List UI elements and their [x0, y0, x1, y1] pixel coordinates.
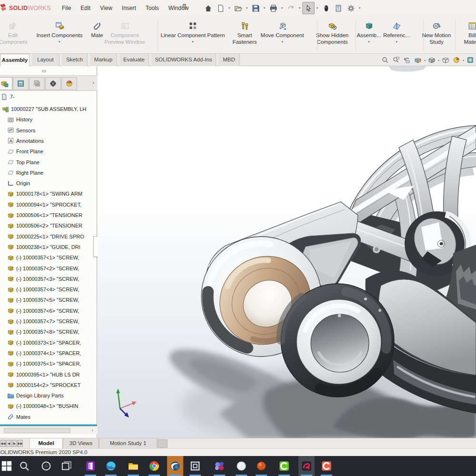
taskbar-cortana[interactable]: [40, 456, 52, 476]
ribbon-button-linear-component-pattern[interactable]: Linear Component Pattern▾: [155, 19, 231, 51]
home-button[interactable]: [202, 2, 214, 14]
tree-item[interactable]: 10000506<2> "TENSIONER: [0, 220, 97, 231]
ribbon-button-referenc[interactable]: Referenc...▾: [381, 19, 412, 51]
dropdown-caret-icon[interactable]: ▾: [381, 40, 412, 44]
undo-button[interactable]: [285, 2, 297, 14]
dimxpertmanager-tab[interactable]: [45, 77, 61, 90]
tab-layout[interactable]: Layout: [32, 54, 60, 66]
tree-item[interactable]: AAnnotations: [0, 136, 97, 146]
configurationmanager-tab[interactable]: R: [29, 77, 45, 90]
taskbar-search[interactable]: [18, 456, 30, 476]
tab-scroll-thumb[interactable]: [158, 439, 168, 448]
tree-item[interactable]: Mates: [0, 412, 97, 422]
open-button[interactable]: [232, 2, 244, 14]
ribbon-button-new-motion-study[interactable]: New Motion Study: [416, 19, 456, 51]
taskbar-edge[interactable]: [105, 456, 117, 476]
tree-item[interactable]: 10000178<1> "SWING ARM: [0, 188, 97, 199]
tab-nav-button[interactable]: ▶▶: [18, 440, 23, 447]
tree-item[interactable]: (-) 10000357<4> "SCREW,: [0, 284, 97, 295]
ribbon-button-assemb[interactable]: Assemb...▾: [354, 19, 384, 51]
tab-assembly[interactable]: Assembly: [0, 54, 30, 66]
displaymanager-tab[interactable]: [61, 77, 77, 90]
more-panel-tabs-icon[interactable]: ›: [92, 79, 94, 85]
tree-item[interactable]: 10000154<2> "SPROCKET: [0, 380, 97, 390]
menu-tools[interactable]: Tools: [141, 0, 164, 16]
bottom-tab-motion-study-1[interactable]: Motion Study 1: [99, 438, 157, 449]
graphics-viewport[interactable]: [98, 66, 476, 438]
tab-mbd[interactable]: MBD: [218, 54, 240, 66]
tree-item[interactable]: (-) 10000357<3> "SCREW,: [0, 274, 97, 284]
dropdown-caret-icon[interactable]: ▾: [424, 59, 426, 62]
select-button[interactable]: [302, 2, 315, 14]
taskbar-red-c[interactable]: [320, 456, 333, 476]
taskbar-white-circle[interactable]: [235, 456, 248, 476]
panel-splitter-grip[interactable]: [42, 70, 46, 72]
bottom-tab-3d-views[interactable]: 3D Views: [63, 438, 99, 449]
tree-item[interactable]: (-) 10000374<1> "SPACER,: [0, 348, 97, 358]
rebuild-button[interactable]: [320, 2, 332, 14]
print-button[interactable]: [267, 2, 279, 14]
propertymanager-tab[interactable]: [13, 77, 29, 90]
tree-item[interactable]: (-) 10000373<1> "SPACER,: [0, 337, 97, 348]
featuremanager-tab[interactable]: [0, 77, 12, 90]
menu-view[interactable]: View: [95, 0, 117, 16]
menu-insert[interactable]: Insert: [117, 0, 141, 16]
dropdown-caret-icon[interactable]: ▾: [357, 2, 362, 14]
tree-item[interactable]: Origin: [0, 178, 97, 188]
tree-item[interactable]: Right Plane: [0, 168, 97, 178]
taskbar-windows-start[interactable]: [0, 456, 13, 476]
tab-solidworks-add-ins[interactable]: SOLIDWORKS Add-Ins: [151, 54, 216, 66]
taskbar-teams[interactable]: [213, 456, 226, 476]
taskbar-green-c[interactable]: [278, 456, 290, 476]
ribbon-button-show-hidden-components[interactable]: Show Hidden Components: [312, 19, 353, 51]
taskbar-dark-red-app[interactable]: [300, 456, 313, 476]
ribbon-button-component-preview-window[interactable]: Component Preview Window: [102, 19, 148, 51]
dropdown-caret-icon[interactable]: ▾: [354, 40, 384, 44]
tree-item[interactable]: 10000225<1> "DRIVE SPRO: [0, 231, 97, 242]
tree-scrollbar-right-arrow[interactable]: ›: [91, 427, 93, 433]
tab-navigation-buttons[interactable]: ◀◀◀▶▶▶: [0, 440, 23, 447]
tab-markup[interactable]: Markup: [90, 54, 117, 66]
tab-nav-button[interactable]: ◀: [6, 440, 11, 447]
menu-window[interactable]: Window: [164, 0, 194, 16]
zoom-fit-button[interactable]: [380, 55, 390, 65]
tree-item[interactable]: 10000094<1> "SPROCKET,: [0, 199, 97, 210]
tab-sketch[interactable]: Sketch: [62, 54, 88, 66]
tab-nav-button[interactable]: ◀◀: [0, 440, 6, 447]
pushpin-icon[interactable]: [181, 4, 187, 10]
taskbar-task-view[interactable]: [60, 456, 73, 476]
taskbar-file-explorer[interactable]: [127, 456, 139, 476]
ribbon-button-insert-components[interactable]: Insert Components▾: [31, 19, 88, 51]
file-properties-button[interactable]: [332, 2, 345, 14]
dropdown-caret-icon[interactable]: ▾: [262, 2, 267, 14]
tree-item[interactable]: (-) 10000357<1> "SCREW,: [0, 252, 97, 263]
tree-scrollbar-thumb[interactable]: [4, 428, 70, 433]
tree-item[interactable]: (-) 10000357<7> "SCREW,: [0, 316, 97, 327]
tree-item[interactable]: (-) 10000357<2> "SCREW,: [0, 263, 97, 274]
dropdown-caret-icon[interactable]: ▾: [254, 40, 311, 44]
tree-item[interactable]: 10000238<1> "GUIDE, DRI: [0, 242, 97, 252]
previous-view-button[interactable]: [402, 55, 412, 65]
tree-item[interactable]: Design Library Parts: [0, 390, 97, 401]
dropdown-caret-icon[interactable]: ▾: [227, 2, 232, 14]
view-orientation-button[interactable]: [427, 55, 436, 65]
tree-item[interactable]: History: [0, 114, 97, 125]
tree-item[interactable]: 10000227 "SUB ASSEMBLY, LH: [0, 104, 97, 114]
taskbar-office[interactable]: [84, 456, 97, 476]
tree-item[interactable]: (-) 10000357<5> "SCREW,: [0, 295, 97, 305]
new-document-button[interactable]: [214, 2, 227, 14]
taskbar-window-box[interactable]: [189, 456, 201, 476]
options-button[interactable]: [345, 2, 357, 14]
tree-item[interactable]: Top Plane: [0, 157, 97, 168]
tab-nav-button[interactable]: ▶: [12, 440, 17, 447]
dropdown-caret-icon[interactable]: ▾: [315, 2, 320, 14]
taskbar-solidworks[interactable]: [169, 456, 181, 476]
dropdown-caret-icon[interactable]: ▾: [31, 40, 88, 44]
menu-edit[interactable]: Edit: [76, 0, 95, 16]
tree-item[interactable]: Sensors: [0, 125, 97, 136]
tree-item[interactable]: (-) 10000048<1> "BUSHIN: [0, 401, 97, 411]
tree-item[interactable]: Front Plane: [0, 146, 97, 157]
taskbar-chrome[interactable]: [148, 456, 160, 476]
section-view-button[interactable]: [413, 55, 423, 65]
dropdown-caret-icon[interactable]: ▾: [244, 2, 249, 14]
